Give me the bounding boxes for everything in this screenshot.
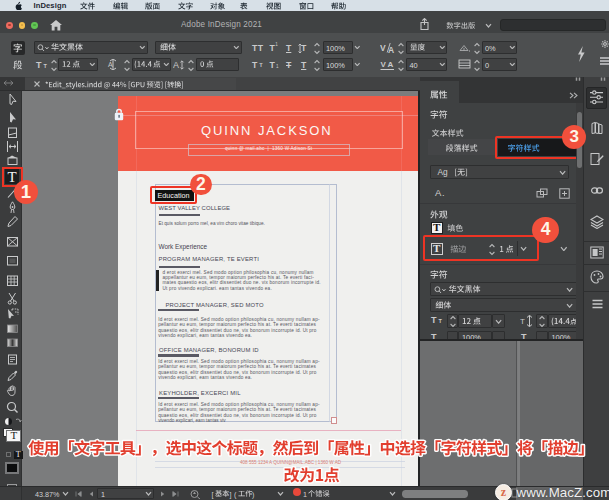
svg-text:V: V xyxy=(380,42,386,52)
svg-text:T: T xyxy=(520,317,525,326)
svg-text:A: A xyxy=(388,60,394,69)
svg-text:V: V xyxy=(381,60,387,69)
svg-text:A: A xyxy=(108,61,113,68)
svg-text:A: A xyxy=(173,60,179,70)
